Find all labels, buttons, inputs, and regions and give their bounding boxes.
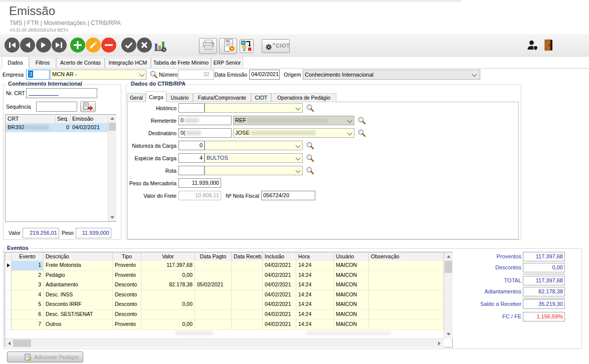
peso-mercadoria-input[interactable]: 11.939,000 bbox=[178, 178, 221, 188]
scrollbar-thumb[interactable] bbox=[445, 261, 452, 273]
cell[interactable]: 14:24 bbox=[296, 300, 334, 310]
print-button[interactable] bbox=[199, 38, 217, 54]
ctrb-tab-geral[interactable]: Geral bbox=[127, 93, 146, 102]
cell[interactable]: 14:24 bbox=[296, 280, 334, 290]
user-permissions-icon[interactable] bbox=[527, 40, 539, 52]
rota-search-icon[interactable] bbox=[306, 166, 314, 175]
cancel-button[interactable] bbox=[137, 38, 152, 53]
cell[interactable]: 0,00 bbox=[141, 271, 195, 281]
cell[interactable] bbox=[232, 310, 263, 320]
cell[interactable]: 14:24 bbox=[296, 261, 334, 271]
table-row[interactable]: 1Frete MotoristaProvento117.397,6804/02/… bbox=[5, 261, 444, 271]
crt-grid-selected-row[interactable]: BR392 0 04/02/2021 bbox=[6, 123, 108, 132]
cell[interactable] bbox=[195, 290, 232, 300]
add-button[interactable] bbox=[70, 38, 85, 53]
cell[interactable]: MAICON bbox=[334, 271, 369, 281]
ctrb-tab-usu-rio[interactable]: Usuário bbox=[166, 93, 193, 102]
chevron-down-icon[interactable] bbox=[347, 131, 352, 136]
edit-button[interactable] bbox=[86, 38, 101, 53]
cell[interactable]: Desc. INSS bbox=[44, 290, 113, 300]
cell[interactable]: MAICON bbox=[334, 310, 369, 320]
chart-gear-icon[interactable] bbox=[154, 39, 167, 54]
tab-filtros[interactable]: Filtros bbox=[29, 58, 56, 69]
scroll-down-arrow[interactable] bbox=[110, 216, 114, 219]
ciot-button[interactable]: o CIOT bbox=[262, 39, 290, 53]
cell[interactable]: 5 bbox=[12, 300, 44, 310]
tab-erp-senior[interactable]: ERP Senior bbox=[211, 58, 243, 69]
cell[interactable]: Frete Motorista bbox=[44, 261, 113, 271]
cell[interactable]: 04/02/2021 bbox=[263, 261, 296, 271]
cell[interactable] bbox=[232, 261, 263, 271]
chevron-down-icon[interactable] bbox=[296, 156, 301, 161]
cell[interactable]: 1 bbox=[12, 261, 44, 271]
numero-input[interactable]: 32 bbox=[178, 70, 214, 80]
column-header[interactable]: Hora bbox=[296, 252, 334, 261]
cell[interactable]: Desconto bbox=[113, 300, 141, 310]
exit-door-icon[interactable] bbox=[544, 39, 554, 52]
origem-combo[interactable]: Conhecimento Internacional bbox=[303, 70, 480, 80]
cell[interactable]: 0,00 bbox=[141, 300, 195, 310]
table-row[interactable]: 6Desc. SEST/SENATDesconto04/02/202114:24… bbox=[5, 310, 444, 320]
cell[interactable]: 04/02/2021 bbox=[263, 290, 296, 300]
cell[interactable]: 14:24 bbox=[296, 310, 334, 320]
ctrb-tab-fatura-comprovante[interactable]: Fatura/Comprovante bbox=[193, 93, 251, 102]
cell[interactable] bbox=[195, 271, 232, 281]
chevron-down-icon[interactable] bbox=[472, 72, 477, 77]
cell[interactable] bbox=[232, 290, 263, 300]
cell[interactable]: MAICON bbox=[334, 290, 369, 300]
column-header-seq[interactable]: Seq. bbox=[57, 116, 69, 122]
tab-integra-o-hcm[interactable]: Integração HCM bbox=[105, 58, 151, 69]
data-emissao-input[interactable]: 04/02/2021 bbox=[249, 70, 280, 80]
cell[interactable]: 04/02/2021 bbox=[263, 300, 296, 310]
cell[interactable]: Desconto IRRF bbox=[44, 300, 113, 310]
natureza-code-input[interactable]: 0 bbox=[178, 141, 205, 150]
column-header[interactable]: Evento bbox=[12, 252, 44, 261]
cell[interactable]: Desconto bbox=[113, 280, 141, 290]
column-header[interactable]: Data Receb. bbox=[232, 252, 263, 261]
eventos-hscrollbar[interactable] bbox=[5, 338, 444, 347]
chevron-down-icon[interactable] bbox=[296, 106, 301, 111]
cell[interactable]: 7 bbox=[12, 320, 44, 330]
scroll-up-arrow[interactable] bbox=[447, 255, 451, 258]
column-header[interactable]: Data Pagto bbox=[195, 252, 232, 261]
cell[interactable]: Desconto bbox=[113, 290, 141, 300]
cell[interactable]: 3 bbox=[12, 280, 44, 290]
cell[interactable]: Pedágio bbox=[44, 271, 113, 281]
column-header[interactable]: Tipo bbox=[113, 252, 141, 261]
first-record-button[interactable] bbox=[5, 38, 20, 53]
tab-dados[interactable]: Dados bbox=[2, 56, 29, 69]
cell[interactable] bbox=[369, 280, 444, 290]
ctrb-tab-ciot[interactable]: CIOT bbox=[251, 93, 271, 102]
empresa-search-icon[interactable] bbox=[149, 70, 158, 79]
remetente-code-input[interactable]: 0 bbox=[178, 116, 232, 125]
cell[interactable]: Provento bbox=[113, 271, 141, 281]
cell[interactable]: Desc. SEST/SENAT bbox=[44, 310, 113, 320]
cell[interactable]: MAICON bbox=[334, 280, 369, 290]
scroll-down-arrow[interactable] bbox=[447, 333, 451, 335]
table-row[interactable]: 4Desc. INSSDesconto04/02/202114:24MAICON bbox=[5, 290, 444, 300]
cell[interactable]: Provento bbox=[113, 320, 141, 330]
cell[interactable] bbox=[232, 300, 263, 310]
cell[interactable]: 82.178,38 bbox=[141, 280, 195, 290]
adicionar-pedagio-button[interactable]: Adicionar Pedágio bbox=[7, 351, 83, 362]
cell[interactable]: Adiantamento bbox=[44, 280, 113, 290]
cell[interactable] bbox=[369, 310, 444, 320]
cell[interactable] bbox=[195, 320, 232, 330]
cell[interactable]: 117.397,68 bbox=[141, 261, 195, 271]
cell[interactable] bbox=[369, 271, 444, 281]
nota-fiscal-input[interactable]: 056724/20 bbox=[261, 191, 315, 200]
nr-crt-input[interactable] bbox=[26, 88, 97, 98]
historico-combo[interactable] bbox=[205, 103, 303, 113]
rota-code-input[interactable] bbox=[178, 166, 205, 175]
column-header[interactable]: Inclusão bbox=[263, 252, 296, 261]
cell[interactable]: 04/02/2021 bbox=[263, 280, 296, 290]
cell[interactable] bbox=[195, 310, 232, 320]
especie-code-input[interactable]: 4 bbox=[178, 153, 205, 163]
cell[interactable]: Outros bbox=[44, 320, 113, 330]
column-header-crt[interactable]: CRT bbox=[8, 116, 19, 122]
natureza-search-icon[interactable] bbox=[306, 141, 314, 150]
cell[interactable] bbox=[232, 320, 263, 330]
cell[interactable]: 6 bbox=[12, 310, 44, 320]
column-header[interactable]: Observação bbox=[369, 252, 444, 261]
tab-tabela-de-frete-m-nimo[interactable]: Tabela de Frete Mínimo bbox=[151, 58, 211, 69]
